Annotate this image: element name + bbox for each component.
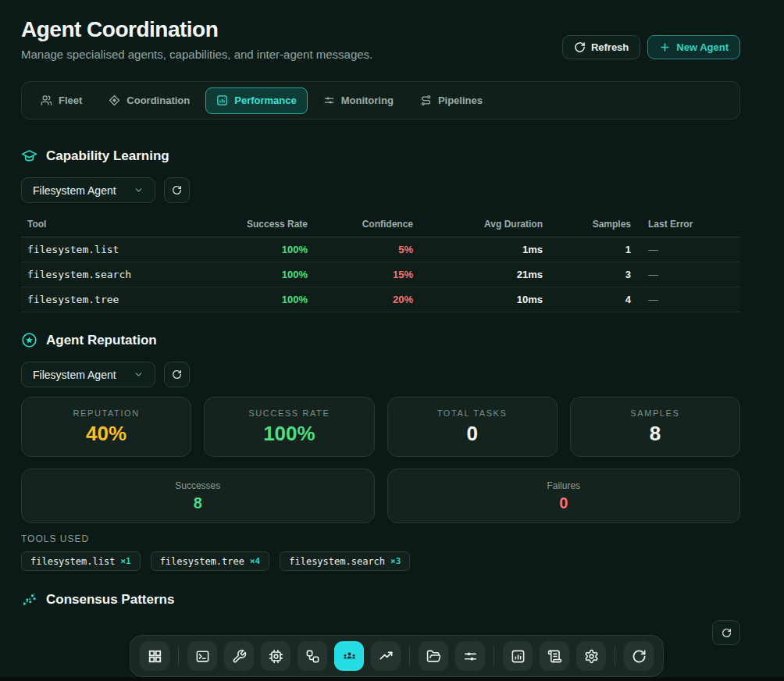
new-agent-button[interactable]: New Agent [647,35,740,59]
agent-select[interactable]: Filesystem Agent [21,362,155,387]
plus-icon [659,41,671,53]
tab-fleet[interactable]: Fleet [30,87,93,114]
tab-label: Coordination [127,94,190,106]
capability-controls: Filesystem Agent [21,177,740,203]
samples: 3 [549,262,637,287]
refresh-icon [172,369,182,380]
gear-icon [584,649,599,664]
app-dock [130,635,664,677]
tool-chip-name: filesystem.tree [160,556,244,567]
refresh-icon [632,649,647,664]
page-title: Agent Coordination [21,17,372,42]
tab-pipelines[interactable]: Pipelines [409,87,494,114]
agents-icon [342,649,357,664]
bottom-edge [0,677,784,681]
scroll-icon [547,649,562,664]
tab-coordination[interactable]: Coordination [98,87,201,114]
dock-performance-button[interactable] [371,641,401,671]
stat-card-failures: Failures 0 [387,469,741,523]
tool-chip-count: ×1 [120,556,130,566]
tool-chip: filesystem.tree ×4 [151,551,270,571]
tab-label: Monitoring [341,94,394,106]
tool-name: filesystem.tree [21,287,240,312]
success-rate: 100% [240,262,314,287]
dock-cpu-button[interactable] [261,641,290,671]
last-error: — [637,237,740,262]
last-error: — [637,262,740,287]
refresh-icon [574,41,586,53]
page-subtitle: Manage specialised agents, capabilities,… [21,48,372,61]
dock-settings-button[interactable] [576,641,606,671]
agent-reputation-heading: Agent Reputation [21,332,740,348]
dock-dashboard-button[interactable] [140,641,169,671]
scatter-icon [21,591,37,608]
grid-icon [148,649,162,664]
reputation-controls: Filesystem Agent [21,362,740,387]
refresh-button-label: Refresh [591,41,629,53]
chevron-down-icon [134,369,144,380]
stat-value: 40% [86,422,127,446]
topbar-actions: Refresh New Agent [562,35,740,61]
dock-tools-button[interactable] [224,641,254,671]
agent-select[interactable]: Filesystem Agent [21,177,155,203]
dock-logs-button[interactable] [540,641,569,671]
stat-label: SAMPLES [630,408,679,418]
sliders-icon [323,94,335,106]
section-title: Agent Reputation [46,333,157,348]
consensus-refresh-button[interactable] [712,620,740,645]
stat-card-samples: SAMPLES 8 [570,397,740,457]
cpu-icon [269,649,283,664]
dock-agents-button[interactable] [334,641,364,671]
graduation-cap-icon [21,148,37,164]
tool-name: filesystem.search [21,262,240,287]
dock-refresh-button[interactable] [624,641,654,671]
consensus-patterns-heading: Consensus Patterns [21,591,740,608]
topbar: Agent Coordination Manage specialised ag… [21,0,740,61]
tab-monitoring[interactable]: Monitoring [312,87,404,114]
reputation-stat-cards: REPUTATION 40% SUCCESS RATE 100% TOTAL T… [21,397,740,457]
dock-divider [494,646,494,666]
stat-value: 100% [263,422,315,446]
layers-diamond-icon [109,94,120,106]
avg-duration: 10ms [419,287,549,312]
tab-performance[interactable]: Performance [205,87,307,114]
refresh-icon [172,185,182,195]
table-row: filesystem.list 100% 5% 1ms 1 — [21,237,740,262]
tool-chip-name: filesystem.list [30,556,115,567]
section-title: Capability Learning [46,148,169,164]
tool-chip-count: ×3 [390,556,401,566]
dock-files-button[interactable] [419,641,448,671]
samples: 4 [549,287,637,312]
tool-chip-name: filesystem.search [289,556,385,567]
dock-monitoring-button[interactable] [455,641,485,671]
confidence: 15% [314,262,419,287]
agent-select-value: Filesystem Agent [33,369,116,381]
capability-learning-section: Capability Learning Filesystem Agent Too… [21,148,740,312]
reputation-refresh-button[interactable] [164,362,190,387]
dock-reports-button[interactable] [503,641,533,671]
avg-duration: 1ms [419,237,549,262]
capability-table: Tool Success Rate Confidence Avg Duratio… [21,216,740,312]
new-agent-button-label: New Agent [676,41,729,53]
dock-divider [178,646,179,666]
stat-label: Failures [547,480,580,491]
folder-open-icon [426,649,441,664]
stat-value: 0 [559,494,568,512]
tool-chip: filesystem.list ×1 [21,551,141,571]
tool-name: filesystem.list [21,237,240,262]
tool-chip-count: ×4 [250,556,260,566]
dock-workflow-button[interactable] [298,641,327,671]
stat-card-reputation: REPUTATION 40% [21,397,191,457]
dock-terminal-button[interactable] [187,641,217,671]
stat-card-successes: Successes 8 [21,469,375,523]
sliders-icon [463,649,478,664]
tool-chip: filesystem.search ×3 [280,551,410,571]
route-icon [420,94,432,106]
outcome-stat-cards: Successes 8 Failures 0 [21,469,740,523]
refresh-button[interactable]: Refresh [562,35,640,59]
star-circle-icon [21,332,37,348]
tab-label: Pipelines [438,94,483,106]
agent-select-value: Filesystem Agent [33,184,116,197]
agent-reputation-section: Agent Reputation Filesystem Agent REPUTA… [21,332,740,571]
capability-refresh-button[interactable] [164,177,190,203]
